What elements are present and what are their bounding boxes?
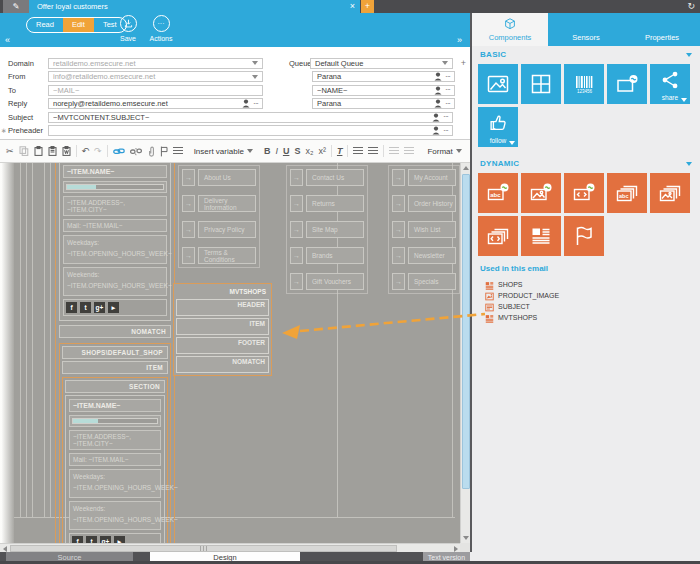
superscript-button[interactable]: x²	[318, 146, 326, 156]
shop-weekends-field[interactable]: Weekends: ~ITEM.OPENING_HOURS_WEEK~	[69, 501, 161, 530]
mvtshops-row-item[interactable]: ITEM	[176, 318, 269, 335]
footer-link-row[interactable]: →Terms & Conditions	[182, 247, 256, 264]
shop-weekdays-field[interactable]: Weekdays: ~ITEM.OPENING_HOURS_WEEK~	[69, 469, 161, 498]
more-options-icon[interactable]: ···	[445, 100, 450, 108]
component-follow[interactable]: follow	[478, 107, 518, 147]
dynamic-section-header[interactable]: DYNAMIC	[480, 159, 519, 168]
paste-plain-icon[interactable]	[48, 146, 57, 156]
edit-mode-button[interactable]: Edit	[63, 18, 94, 32]
paste-word-icon[interactable]	[62, 146, 71, 156]
text-color-button[interactable]: T	[337, 146, 343, 156]
footer-link-row[interactable]: →Brands	[290, 247, 364, 264]
footer-link-row[interactable]: →Order History	[392, 195, 456, 212]
more-options-icon[interactable]: ···	[443, 127, 448, 135]
more-options-icon[interactable]: ···	[443, 113, 448, 121]
footer-link-row[interactable]: →My Account	[392, 169, 456, 186]
shop-weekdays-field[interactable]: Weekdays: ~ITEM.OPENING_HOURS_WEEK~	[63, 235, 167, 264]
anchor-icon[interactable]	[147, 146, 155, 157]
component-image[interactable]	[478, 64, 518, 104]
mvtshops-row-nomatch[interactable]: NOMATCH	[176, 356, 269, 373]
section-label[interactable]: SECTION	[65, 380, 165, 393]
tab-components[interactable]: Components	[472, 13, 548, 46]
chevron-down-icon[interactable]	[686, 53, 692, 57]
facebook-icon[interactable]: f	[72, 536, 83, 543]
mvtshops-block[interactable]: MVTSHOPS HEADERITEMFOOTERNOMATCH	[173, 283, 272, 376]
used-component-item[interactable]: SUBJECT	[485, 302, 559, 311]
shop-info-block[interactable]: ~ITEM.NAME~ ~ITEM.ADDRESS~, ~ITEM.CITY~ …	[59, 163, 171, 321]
italic-button[interactable]: I	[275, 146, 278, 156]
edit-mode-tab[interactable]: ✎	[3, 0, 29, 13]
person-icon[interactable]	[242, 99, 250, 108]
shop-name-field[interactable]: ~ITEM.NAME~	[63, 165, 167, 178]
shop-image-placeholder[interactable]	[63, 181, 167, 193]
item-section-label[interactable]: ITEM	[62, 361, 168, 374]
link-icon[interactable]	[113, 147, 125, 156]
mvtshops-row-footer[interactable]: FOOTER	[176, 337, 269, 354]
format-dropdown[interactable]: Format	[427, 147, 461, 156]
chevron-down-icon[interactable]	[686, 162, 692, 166]
shop-info-block[interactable]: ~ITEM.NAME~ ~ITEM.ADDRESS~, ~ITEM.CITY~ …	[65, 395, 165, 543]
used-component-item[interactable]: SHOPS	[485, 280, 559, 289]
insert-variable-dropdown[interactable]: Insert variable	[194, 147, 253, 156]
outdent-icon[interactable]	[389, 147, 399, 155]
tab-sensors[interactable]: Sensors	[548, 13, 624, 46]
vertical-scroll-thumb[interactable]	[462, 174, 470, 489]
unordered-list-icon[interactable]	[368, 147, 378, 155]
footer-link-row[interactable]: →Contact Us	[290, 169, 364, 186]
used-component-item[interactable]: MVTSHOPS	[485, 313, 559, 322]
nomatch-section-label[interactable]: NOMATCH	[59, 325, 171, 338]
shop-image-placeholder[interactable]	[69, 415, 161, 427]
preheader-pin-icon[interactable]: ∗	[1, 127, 7, 135]
new-tab-button[interactable]: +	[361, 0, 374, 13]
component-barcode[interactable]: 123456	[564, 64, 604, 104]
component-personalized-text[interactable]: abc	[478, 173, 518, 213]
collapse-left-icon[interactable]: «	[5, 35, 10, 45]
line-spacing-icon[interactable]	[173, 147, 183, 155]
document-tab[interactable]: Offer loyal customers ×	[29, 0, 360, 13]
shop-name-field[interactable]: ~ITEM.NAME~	[69, 399, 161, 412]
save-button[interactable]: Save	[111, 15, 145, 42]
footer-link-row[interactable]: →Privacy Policy	[182, 221, 256, 238]
footer-link-row[interactable]: →Gift Vouchers	[290, 273, 364, 290]
paste-icon[interactable]	[34, 146, 43, 156]
subscript-button[interactable]: x₂	[305, 146, 313, 156]
scroll-down-icon[interactable]	[461, 533, 471, 543]
chevron-down-icon[interactable]	[681, 98, 687, 102]
footer-link-row[interactable]: →Site Map	[290, 221, 364, 238]
reply-name-input[interactable]: Parana···	[312, 98, 455, 109]
twitter-icon[interactable]: t	[86, 536, 97, 543]
from-name-input[interactable]: Parana···	[312, 71, 455, 82]
component-personalized-code[interactable]	[564, 173, 604, 213]
googleplus-icon[interactable]: g+	[94, 302, 105, 313]
bold-button[interactable]: B	[264, 146, 271, 156]
component-repeated-text[interactable]: abc	[607, 173, 647, 213]
redo-icon[interactable]: ↷	[94, 146, 102, 156]
person-icon[interactable]	[434, 72, 442, 81]
tab-properties[interactable]: Properties	[624, 13, 700, 46]
more-options-icon[interactable]: ···	[445, 86, 450, 94]
more-options-icon[interactable]: ···	[445, 73, 450, 81]
shop-mail-field[interactable]: Mail: ~ITEM.MAIL~	[69, 453, 161, 466]
mvtshops-row-header[interactable]: HEADER	[176, 299, 269, 316]
from-select[interactable]: info@retaildemo.emsecure.net	[48, 71, 263, 82]
horizontal-scroll-thumb[interactable]	[10, 545, 397, 552]
person-icon[interactable]	[434, 99, 442, 108]
person-icon[interactable]	[434, 86, 442, 95]
add-queue-button[interactable]: +	[461, 58, 466, 68]
footer-link-row[interactable]: →Newsletter	[392, 247, 456, 264]
unlink-icon[interactable]	[130, 147, 142, 156]
person-icon[interactable]	[432, 113, 440, 122]
footer-link-row[interactable]: →About Us	[182, 169, 256, 186]
component-repeated-code[interactable]	[478, 216, 518, 256]
indent-icon[interactable]	[404, 147, 414, 155]
shop-address-field[interactable]: ~ITEM.ADDRESS~, ~ITEM.CITY~	[63, 196, 167, 216]
actions-button[interactable]: ··· Actions	[144, 15, 178, 42]
shops-default-shop-block[interactable]: SHOPS\DEFAULT_SHOP ITEM SECTION ~ITEM.NA…	[59, 343, 171, 543]
googleplus-icon[interactable]: g+	[100, 536, 111, 543]
scroll-up-icon[interactable]	[461, 163, 471, 173]
component-flag[interactable]	[564, 216, 604, 256]
component-repeated-images[interactable]	[650, 173, 690, 213]
footer-links-column-2[interactable]: →Contact Us→Returns→Site Map→Brands→Gift…	[286, 165, 368, 294]
shops-column[interactable]: ~ITEM.NAME~ ~ITEM.ADDRESS~, ~ITEM.CITY~ …	[55, 163, 175, 543]
close-icon[interactable]: ×	[350, 0, 355, 13]
